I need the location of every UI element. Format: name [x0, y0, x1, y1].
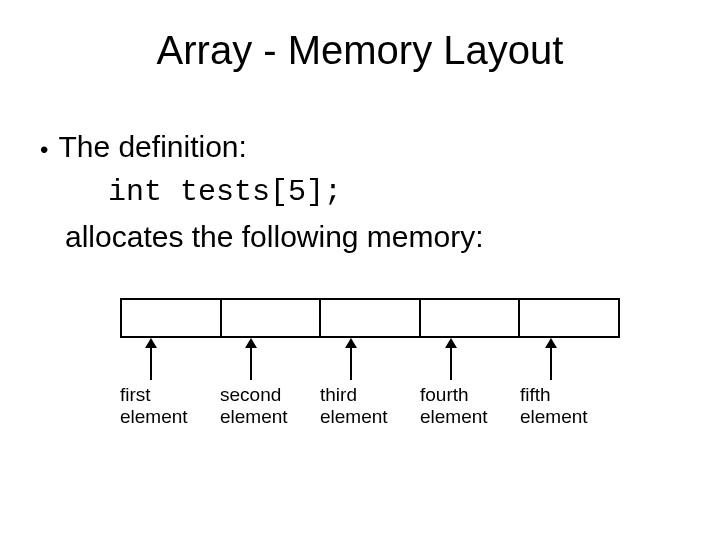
array-cell: [421, 298, 521, 338]
element-label: fourth element: [420, 384, 520, 428]
element-labels: first element second element third eleme…: [120, 384, 650, 428]
definition-text: The definition:: [58, 130, 246, 164]
arrow-up-icon: [450, 340, 452, 380]
element-label: third element: [320, 384, 420, 428]
memory-array: [120, 298, 620, 338]
arrow-up-icon: [250, 340, 252, 380]
arrow-up-icon: [550, 340, 552, 380]
array-cell: [120, 298, 222, 338]
allocation-text: allocates the following memory:: [65, 220, 484, 254]
definition-bullet: • The definition:: [40, 130, 247, 170]
element-label: first element: [120, 384, 220, 428]
element-label: fifth element: [520, 384, 610, 428]
bullet-dot-icon: •: [40, 130, 48, 170]
arrow-up-icon: [150, 340, 152, 380]
array-cell: [222, 298, 322, 338]
array-cell: [321, 298, 421, 338]
code-declaration: int tests[5];: [108, 175, 342, 209]
slide-title: Array - Memory Layout: [0, 28, 720, 73]
element-label: second element: [220, 384, 320, 428]
array-cell: [520, 298, 620, 338]
arrow-up-icon: [350, 340, 352, 380]
